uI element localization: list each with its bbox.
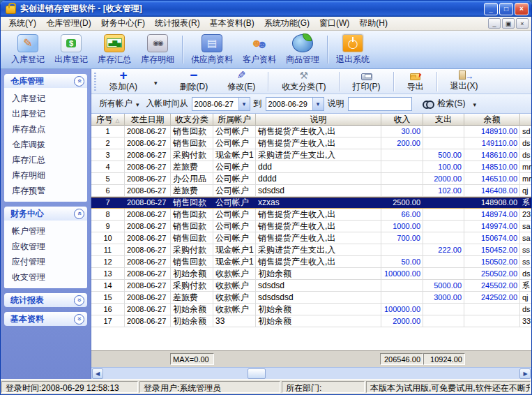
sidebar-item[interactable]: 入库登记	[4, 91, 87, 106]
horizontal-scrollbar[interactable]	[91, 367, 531, 379]
table-row[interactable]: 72008-06-27销售回款公司帐户xzxas2500.00148908.00…	[91, 197, 531, 209]
minimize-button[interactable]: _	[484, 3, 498, 15]
date-to-input[interactable]	[266, 98, 312, 110]
mdi-restore-button[interactable]: ▣	[502, 18, 515, 29]
date-from-dropdown-button[interactable]	[238, 98, 250, 110]
table-cell: 10	[91, 232, 125, 244]
sidebar-section-title: 仓库管理	[10, 75, 44, 87]
exit-button[interactable]: 退出(X)	[441, 70, 488, 93]
mdi-close-button[interactable]: ×	[516, 18, 529, 29]
table-row[interactable]: 22008-06-27销售回款公司帐户销售提货产生收入,出200.0014911…	[91, 137, 531, 149]
date-to-dropdown-button[interactable]	[312, 98, 324, 110]
sidebar-item[interactable]: 应收管理	[4, 239, 87, 254]
delete-button[interactable]: 删除(D)	[170, 69, 218, 94]
sidebar-section-header[interactable]: 统计报表	[4, 293, 87, 307]
account-filter-dropdown[interactable]: 所有帐户	[96, 96, 143, 111]
sidebar-item[interactable]: 帐户管理	[4, 223, 87, 239]
toolbar-button-customer[interactable]: 客户资料	[238, 33, 281, 67]
sidebar-section-title: 统计报表	[10, 295, 44, 306]
scroll-left-button[interactable]	[92, 368, 103, 379]
toolbar-button-stock-in[interactable]: 入库登记	[6, 33, 50, 67]
column-header[interactable]: 所属帐户	[213, 114, 256, 126]
status-segment: 所在部门:	[282, 381, 365, 393]
column-header[interactable]: 支出	[423, 114, 464, 126]
sidebar-item[interactable]: 库存预警	[4, 183, 87, 198]
toolbar-button-supplier[interactable]: 供应商资料	[186, 33, 238, 67]
table-row[interactable]: 122008-06-27销售回款现金帐户1销售提货产生收入,出50.001505…	[91, 256, 531, 268]
toolbar-button-stock-summary[interactable]: 库存汇总	[93, 33, 136, 67]
table-row[interactable]: 92008-06-27销售回款公司帐户销售提货产生收入,出1000.001499…	[91, 221, 531, 232]
menu-item[interactable]: 仓库管理(D)	[41, 16, 96, 31]
table-row[interactable]: 132008-06-27初始余额收款帐户初始余额100000.00250502.…	[91, 268, 531, 280]
column-header[interactable]: 发生日期	[125, 114, 171, 126]
export-button[interactable]: 导出	[397, 70, 434, 94]
sidebar-item[interactable]: 库存盘点	[4, 121, 87, 137]
chevron-down-icon[interactable]	[74, 314, 84, 325]
table-cell: 销售回款	[171, 221, 213, 232]
exit-system-icon	[342, 34, 363, 52]
table-cell: 148610.00	[464, 149, 520, 161]
table-row[interactable]: 52008-06-27办公用品公司帐户dddd2000.00146510.00m…	[91, 173, 531, 185]
toolbar-button-stock-out[interactable]: 出库登记	[50, 33, 93, 67]
search-options-arrow-icon[interactable]	[473, 99, 477, 109]
table-row[interactable]: 32008-06-27采购付款现金帐户1采购进货产生支出,入500.001486…	[91, 149, 531, 161]
table-row[interactable]: 102008-06-27销售回款公司帐户销售提货产生收入,出700.001506…	[91, 232, 531, 244]
search-button[interactable]: 检索(S)	[418, 96, 481, 111]
chevron-down-icon[interactable]	[74, 295, 84, 306]
menu-item[interactable]: 帮助(H)	[354, 16, 393, 31]
add-dropdown-arrow-icon[interactable]	[154, 75, 158, 88]
table-row[interactable]: 62008-06-27差旅费公司帐户sdsdsd102.00146408.00q…	[91, 185, 531, 197]
maximize-button[interactable]: □	[499, 3, 513, 15]
sidebar-section-header[interactable]: 仓库管理	[4, 74, 87, 88]
column-header[interactable]: 序号	[91, 114, 125, 126]
menu-item[interactable]: 系统功能(G)	[259, 16, 314, 31]
chevron-up-icon[interactable]	[74, 209, 84, 219]
print-button[interactable]: 打印(P)	[343, 70, 390, 94]
toolbar-button-exit-system[interactable]: 退出系统	[331, 33, 374, 67]
category-button[interactable]: 收支分类(T)	[272, 69, 335, 94]
chevron-up-icon[interactable]	[74, 76, 84, 87]
sidebar-item[interactable]: 收支管理	[4, 269, 87, 285]
edit-icon	[235, 70, 248, 80]
mdi-minimize-button[interactable]: _	[488, 18, 501, 29]
add-button[interactable]: 添加(A)	[100, 69, 147, 94]
table-cell: 11	[91, 244, 125, 256]
toolbar-button-goods[interactable]: 商品管理	[281, 33, 324, 67]
goods-icon	[292, 34, 313, 52]
sidebar-item[interactable]: 出库登记	[4, 106, 87, 121]
column-header[interactable]: 余额	[464, 114, 520, 126]
description-filter-input[interactable]	[348, 97, 412, 111]
sidebar-item[interactable]: 库存汇总	[4, 152, 87, 167]
table-row[interactable]: 12008-06-27销售回款公司帐户销售提货产生收入,出30.00148910…	[91, 126, 531, 137]
export-icon	[410, 73, 420, 80]
column-header[interactable]: 收入	[381, 114, 423, 126]
sidebar-item[interactable]: 应付管理	[4, 254, 87, 269]
table-cell: 公司帐户	[213, 173, 256, 185]
column-header[interactable]	[520, 114, 531, 126]
date-from-input[interactable]	[192, 98, 238, 110]
table-row[interactable]: 82008-06-27销售回款公司帐户销售提货产生收入,出66.00148974…	[91, 209, 531, 221]
column-header[interactable]: 收支分类	[171, 114, 213, 126]
menu-item[interactable]: 窗口(W)	[314, 16, 354, 31]
menu-item[interactable]: 财务中心(F)	[96, 16, 150, 31]
menu-item[interactable]: 基本资料(B)	[205, 16, 259, 31]
table-cell: 12	[91, 256, 125, 268]
sidebar-item[interactable]: 库存明细	[4, 167, 87, 183]
toolbar-button-stock-detail[interactable]: 库存明细	[136, 33, 179, 67]
scroll-right-button[interactable]	[519, 368, 531, 379]
table-row[interactable]: 162008-06-27初始余额收款帐户初始余额100000.00ds	[91, 304, 531, 315]
menu-item[interactable]: 统计报表(R)	[150, 16, 205, 31]
sidebar-section-header[interactable]: 财务中心	[4, 207, 87, 221]
close-button[interactable]: ×	[515, 3, 529, 15]
table-row[interactable]: 172008-06-27初始余额33初始余额2000.0033	[91, 315, 531, 327]
table-row[interactable]: 42008-06-27差旅费公司帐户ddd100.00148510.00mm	[91, 161, 531, 173]
sidebar-item[interactable]: 仓库调拨	[4, 137, 87, 152]
menu-item[interactable]: 系统(Y)	[3, 16, 41, 31]
table-row[interactable]: 142008-06-27采购付款收款帐户sdsdsd5000.00245502.…	[91, 280, 531, 292]
sidebar-section-header[interactable]: 基本资料	[4, 312, 87, 326]
scrollbar-thumb[interactable]	[248, 368, 266, 379]
table-row[interactable]: 112008-06-27采购付款现金帐户1采购进货产生支出,入222.00150…	[91, 244, 531, 256]
column-header[interactable]: 说明	[256, 114, 381, 126]
table-row[interactable]: 152008-06-27差旅费收款帐户sdsdsdsd3000.00242502…	[91, 292, 531, 304]
edit-button[interactable]: 修改(E)	[218, 69, 265, 94]
